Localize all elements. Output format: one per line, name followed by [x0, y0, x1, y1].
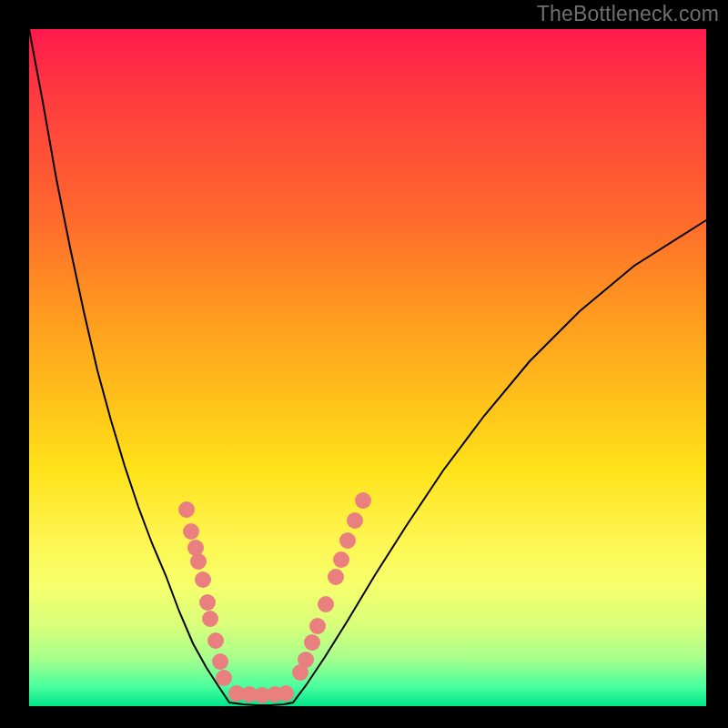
data-point [202, 611, 218, 627]
dots-group [178, 492, 371, 703]
data-point [355, 492, 371, 509]
data-point [328, 569, 344, 585]
data-point [216, 670, 232, 686]
curve-group [29, 29, 706, 705]
chart-svg [0, 0, 728, 728]
data-point [178, 501, 195, 518]
data-point [333, 551, 349, 568]
data-point [183, 523, 199, 540]
data-point [190, 553, 207, 570]
data-point [278, 685, 294, 702]
data-point [347, 512, 363, 529]
data-point [304, 634, 320, 651]
data-point [339, 532, 356, 549]
chart-canvas: TheBottleneck.com [0, 0, 728, 728]
data-point [187, 540, 204, 556]
data-point [318, 596, 334, 612]
watermark-text: TheBottleneck.com [537, 2, 719, 26]
bottleneck-curve [29, 29, 706, 705]
data-point [298, 652, 314, 668]
data-point [212, 653, 228, 670]
data-point [309, 618, 326, 634]
data-point [199, 594, 216, 611]
data-point [207, 632, 224, 649]
data-point [195, 571, 211, 588]
